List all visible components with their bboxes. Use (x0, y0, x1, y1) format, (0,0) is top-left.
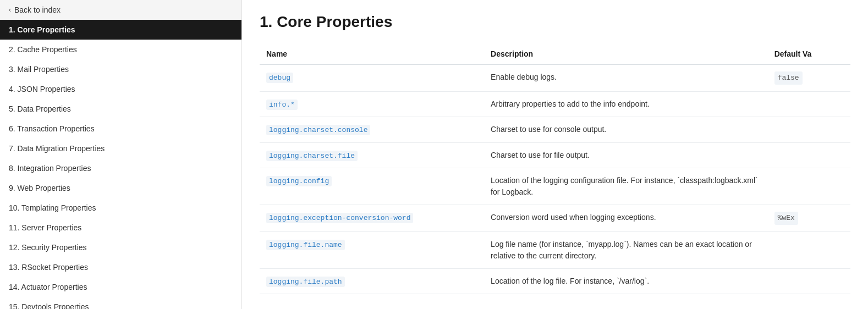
col-header-default: Default Va (768, 44, 850, 64)
table-row: logging.charset.consoleCharset to use fo… (260, 117, 850, 143)
col-header-name: Name (260, 44, 484, 64)
table-body: debugEnable debug logs.falseinfo.*Arbitr… (260, 64, 850, 294)
sidebar: ‹ Back to index 1. Core Properties2. Cac… (0, 0, 242, 309)
sidebar-nav: 1. Core Properties2. Cache Properties3. … (0, 20, 241, 309)
prop-default-cell (768, 142, 850, 168)
prop-default-cell (768, 168, 850, 205)
prop-name-cell[interactable]: logging.file.path (260, 268, 484, 294)
table-row: logging.exception-conversion-wordConvers… (260, 205, 850, 232)
table-row: info.*Arbitrary properties to add to the… (260, 91, 850, 117)
back-label: Back to index (14, 5, 61, 14)
table-row: logging.charset.fileCharset to use for f… (260, 142, 850, 168)
sidebar-item-json[interactable]: 4. JSON Properties (0, 79, 241, 99)
sidebar-item-data[interactable]: 5. Data Properties (0, 99, 241, 119)
sidebar-item-transaction[interactable]: 6. Transaction Properties (0, 119, 241, 139)
sidebar-item-integration[interactable]: 8. Integration Properties (0, 158, 241, 178)
prop-name-cell[interactable]: debug (260, 64, 484, 91)
table-row: logging.file.pathLocation of the log fil… (260, 268, 850, 294)
sidebar-item-core[interactable]: 1. Core Properties (0, 20, 241, 40)
sidebar-item-mail[interactable]: 3. Mail Properties (0, 59, 241, 79)
prop-default-value: %wEx (774, 212, 798, 225)
prop-default-cell (768, 231, 850, 268)
prop-description-cell: Log file name (for instance, `myapp.log`… (484, 231, 768, 268)
sidebar-item-rsocket[interactable]: 13. RSocket Properties (0, 257, 241, 277)
prop-name-link[interactable]: debug (266, 73, 293, 83)
prop-name-link[interactable]: logging.file.path (266, 277, 345, 287)
table-row: logging.file.nameLog file name (for inst… (260, 231, 850, 268)
prop-name-cell[interactable]: logging.exception-conversion-word (260, 205, 484, 232)
prop-name-link[interactable]: logging.charset.console (266, 125, 370, 135)
sidebar-item-templating[interactable]: 10. Templating Properties (0, 198, 241, 218)
prop-default-cell (768, 91, 850, 117)
table-row: debugEnable debug logs.false (260, 64, 850, 91)
prop-name-link[interactable]: logging.charset.file (266, 151, 358, 161)
back-to-index-link[interactable]: ‹ Back to index (0, 0, 241, 20)
main-content: 1. Core Properties Name Description Defa… (242, 0, 868, 309)
prop-description-cell: Arbitrary properties to add to the info … (484, 91, 768, 117)
prop-name-link[interactable]: logging.config (266, 176, 332, 186)
prop-name-cell[interactable]: info.* (260, 91, 484, 117)
prop-description-cell: Location of the log file. For instance, … (484, 268, 768, 294)
prop-name-cell[interactable]: logging.charset.console (260, 117, 484, 143)
sidebar-item-cache[interactable]: 2. Cache Properties (0, 40, 241, 59)
prop-name-link[interactable]: logging.exception-conversion-word (266, 213, 413, 223)
chevron-left-icon: ‹ (9, 6, 11, 14)
prop-name-cell[interactable]: logging.file.name (260, 231, 484, 268)
prop-description-cell: Enable debug logs. (484, 64, 768, 91)
table-row: logging.configLocation of the logging co… (260, 168, 850, 205)
prop-name-cell[interactable]: logging.config (260, 168, 484, 205)
prop-name-link[interactable]: logging.file.name (266, 240, 345, 250)
prop-description-cell: Conversion word used when logging except… (484, 205, 768, 232)
prop-description-cell: Charset to use for console output. (484, 117, 768, 143)
prop-default-cell: false (768, 64, 850, 91)
prop-description-cell: Location of the logging configuration fi… (484, 168, 768, 205)
prop-default-cell: %wEx (768, 205, 850, 232)
prop-default-value: false (774, 71, 803, 85)
page-title: 1. Core Properties (260, 13, 850, 31)
sidebar-item-server[interactable]: 11. Server Properties (0, 218, 241, 238)
properties-table: Name Description Default Va debugEnable … (260, 44, 850, 294)
sidebar-item-security[interactable]: 12. Security Properties (0, 238, 241, 257)
prop-name-cell[interactable]: logging.charset.file (260, 142, 484, 168)
sidebar-item-devtools[interactable]: 15. Devtools Properties (0, 297, 241, 309)
sidebar-item-data-migration[interactable]: 7. Data Migration Properties (0, 139, 241, 158)
prop-description-cell: Charset to use for file output. (484, 142, 768, 168)
prop-default-cell (768, 117, 850, 143)
prop-default-cell (768, 268, 850, 294)
sidebar-item-actuator[interactable]: 14. Actuator Properties (0, 277, 241, 297)
col-header-description: Description (484, 44, 768, 64)
prop-name-link[interactable]: info.* (266, 100, 298, 110)
sidebar-item-web[interactable]: 9. Web Properties (0, 178, 241, 198)
table-header-row: Name Description Default Va (260, 44, 850, 64)
